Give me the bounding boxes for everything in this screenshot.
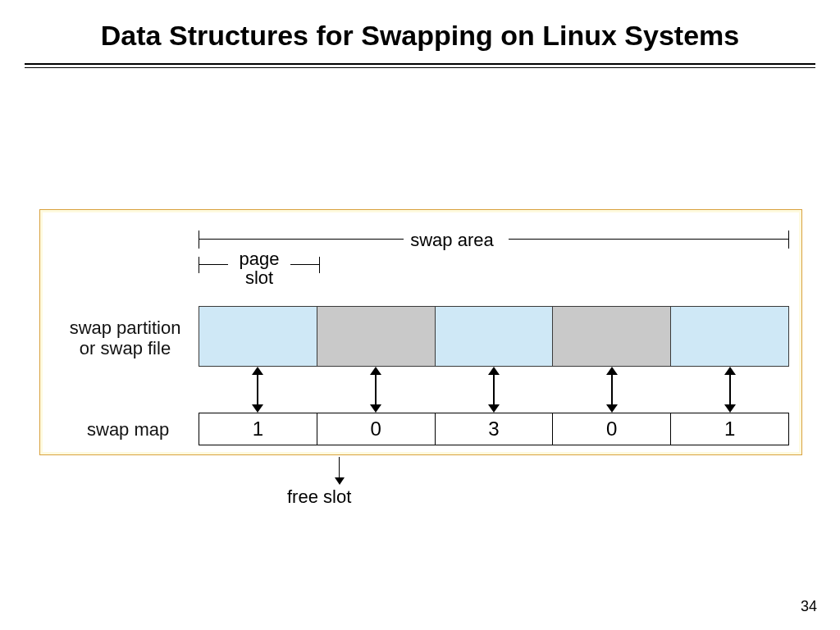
swap-map-cell: 0: [553, 413, 671, 445]
double-arrow-icon: [606, 367, 618, 413]
swap-map-row: 1 0 3 0 1: [199, 413, 789, 445]
title-rule: [25, 63, 815, 66]
page-slot-label: page slot: [233, 249, 285, 287]
swap-slot: [553, 306, 671, 367]
slide-title: Data Structures for Swapping on Linux Sy…: [0, 0, 840, 53]
swap-map-cell: 1: [671, 413, 789, 445]
page-number: 34: [801, 598, 817, 615]
free-slot-label: free slot: [287, 486, 351, 508]
double-arrow-icon: [252, 367, 263, 413]
swap-slot: [317, 306, 436, 367]
slide: Data Structures for Swapping on Linux Sy…: [0, 0, 840, 630]
swap-map-label: swap map: [87, 419, 169, 441]
partition-label: swap partition or swap file: [57, 317, 193, 359]
double-arrow-icon: [488, 367, 500, 413]
swap-slot: [199, 306, 317, 367]
swap-map-cell: 1: [199, 413, 317, 445]
free-slot-arrow-icon: [335, 457, 345, 485]
mapping-arrows: [199, 367, 789, 413]
swap-slot: [436, 306, 554, 367]
swap-slots-row: [199, 306, 789, 367]
swap-slot: [671, 306, 789, 367]
double-arrow-icon: [370, 367, 381, 413]
swap-map-cell: 0: [317, 413, 436, 445]
diagram-inner: swap area page slot swap partition or sw…: [43, 212, 799, 452]
swap-diagram: swap area page slot swap partition or sw…: [39, 209, 802, 455]
swap-area-label: swap area: [407, 230, 497, 251]
swap-map-cell: 3: [436, 413, 554, 445]
swap-area-bracket: swap area: [199, 231, 789, 252]
double-arrow-icon: [724, 367, 736, 413]
